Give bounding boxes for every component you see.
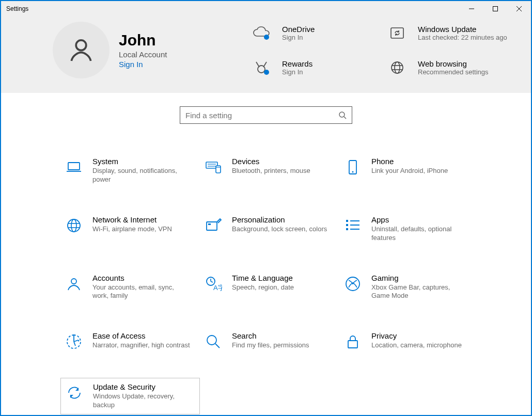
tile-title: Apps (371, 215, 470, 224)
tile-sub: Location, camera, microphone (371, 341, 462, 350)
laptop-icon (65, 158, 83, 177)
header-tile-title: Web browsing (418, 59, 489, 68)
sign-in-link[interactable]: Sign In (119, 60, 167, 69)
header-tile-sub: Sign In (282, 68, 312, 76)
search-box (180, 106, 352, 124)
tile-title: Privacy (371, 331, 462, 340)
category-personalization[interactable]: PersonalizationBackground, lock screen, … (200, 211, 339, 247)
header-tile-title: Windows Update (418, 25, 507, 34)
search-icon (204, 332, 223, 351)
tile-title: Gaming (371, 274, 470, 282)
svg-point-7 (258, 66, 265, 73)
category-search[interactable]: SearchFind my files, permissions (200, 327, 339, 355)
tile-sub: Find my files, permissions (232, 341, 309, 350)
svg-line-45 (215, 344, 220, 348)
svg-point-8 (264, 70, 269, 75)
svg-text:A字: A字 (213, 284, 222, 292)
header-tile-sub: Sign In (282, 34, 315, 41)
tile-sub: Uninstall, defaults, optional features (371, 225, 470, 243)
svg-marker-43 (78, 340, 80, 342)
category-devices[interactable]: DevicesBluetooth, printers, mouse (200, 153, 339, 188)
svg-rect-15 (68, 163, 80, 170)
account-type: Local Account (119, 50, 167, 59)
sync-icon (385, 25, 410, 41)
tile-sub: Xbox Game Bar, captures, Game Mode (371, 283, 470, 301)
tile-title: Devices (232, 157, 310, 166)
tile-sub: Background, lock screen, colors (232, 225, 327, 234)
medal-icon (249, 60, 274, 75)
person-icon (65, 275, 83, 293)
header-tile-windows-update[interactable]: Windows Update Last checked: 22 minutes … (385, 22, 510, 44)
user-block: John Local Account Sign In (53, 22, 249, 78)
tile-title: Personalization (232, 215, 327, 224)
tile-sub: Narrator, magnifier, high contrast (92, 341, 190, 350)
tile-title: Search (232, 331, 309, 340)
svg-point-23 (352, 171, 354, 173)
category-update-security[interactable]: Update & SecurityWindows Update, recover… (60, 378, 200, 414)
category-privacy[interactable]: PrivacyLocation, camera, microphone (339, 327, 479, 355)
tile-title: Update & Security (93, 382, 191, 391)
svg-rect-46 (348, 341, 357, 348)
svg-point-13 (339, 112, 345, 117)
paint-icon (204, 216, 223, 235)
svg-point-4 (76, 40, 86, 51)
category-system[interactable]: SystemDisplay, sound, notifications, pow… (60, 153, 200, 188)
tile-title: Phone (371, 157, 448, 166)
tile-sub: Wi-Fi, airplane mode, VPN (92, 225, 172, 234)
header-tile-sub: Last checked: 22 minutes ago (418, 34, 507, 41)
svg-point-9 (392, 62, 403, 73)
category-gaming[interactable]: GamingXbox Game Bar, captures, Game Mode (339, 269, 479, 305)
tile-title: Accounts (92, 274, 191, 282)
svg-rect-31 (346, 224, 348, 226)
phone-icon (343, 158, 362, 177)
header-tile-title: Rewards (282, 59, 312, 68)
category-phone[interactable]: PhoneLink your Android, iPhone (339, 153, 479, 188)
svg-point-10 (395, 62, 400, 73)
xbox-icon (343, 275, 362, 293)
update-icon (65, 383, 84, 402)
svg-rect-20 (216, 166, 221, 173)
header-tile-sub: Recommended settings (418, 68, 489, 76)
svg-rect-32 (346, 228, 348, 230)
svg-point-24 (68, 219, 80, 232)
titlebar: Settings (1, 1, 531, 17)
cloud-icon (249, 26, 274, 40)
maximize-button[interactable] (483, 1, 507, 17)
main: SystemDisplay, sound, notifications, pow… (1, 93, 531, 414)
category-network[interactable]: Network & InternetWi-Fi, airplane mode, … (60, 211, 200, 247)
window-title: Settings (6, 5, 28, 12)
category-apps[interactable]: AppsUninstall, defaults, optional featur… (339, 211, 479, 247)
header: John Local Account Sign In OneDrive Sign… (1, 17, 531, 93)
tile-sub: Bluetooth, printers, mouse (232, 167, 310, 175)
svg-line-14 (344, 117, 346, 119)
tile-sub: Display, sound, notifications, power (92, 167, 191, 184)
svg-rect-30 (346, 220, 348, 222)
category-accounts[interactable]: AccountsYour accounts, email, sync, work… (60, 269, 200, 305)
username: John (119, 31, 167, 49)
svg-rect-29 (208, 223, 211, 225)
category-ease-of-access[interactable]: Ease of AccessNarrator, magnifier, high … (60, 327, 200, 355)
header-tile-onedrive[interactable]: OneDrive Sign In (249, 22, 374, 44)
person-icon (67, 36, 96, 65)
globe-icon (65, 216, 83, 235)
tile-sub: Speech, region, date (232, 283, 294, 292)
minimize-button[interactable] (460, 1, 483, 17)
svg-point-44 (207, 335, 216, 345)
close-button[interactable] (507, 1, 531, 17)
header-tile-web-browsing[interactable]: Web browsing Recommended settings (385, 56, 510, 78)
search-input[interactable] (185, 111, 338, 120)
keyboard-icon (204, 158, 223, 177)
time-language-icon: A字 (204, 275, 223, 293)
tile-title: Ease of Access (92, 331, 190, 340)
svg-line-39 (211, 281, 213, 282)
category-time-language[interactable]: A字 Time & LanguageSpeech, region, date (200, 269, 339, 305)
svg-point-25 (71, 219, 76, 232)
list-icon (343, 216, 362, 235)
globe-icon (385, 60, 410, 75)
search-icon (338, 111, 347, 119)
lock-icon (343, 332, 362, 351)
header-tile-rewards[interactable]: Rewards Sign In (249, 56, 374, 78)
svg-rect-6 (391, 28, 403, 38)
tile-title: Network & Internet (92, 215, 172, 224)
accessibility-icon (65, 332, 83, 351)
